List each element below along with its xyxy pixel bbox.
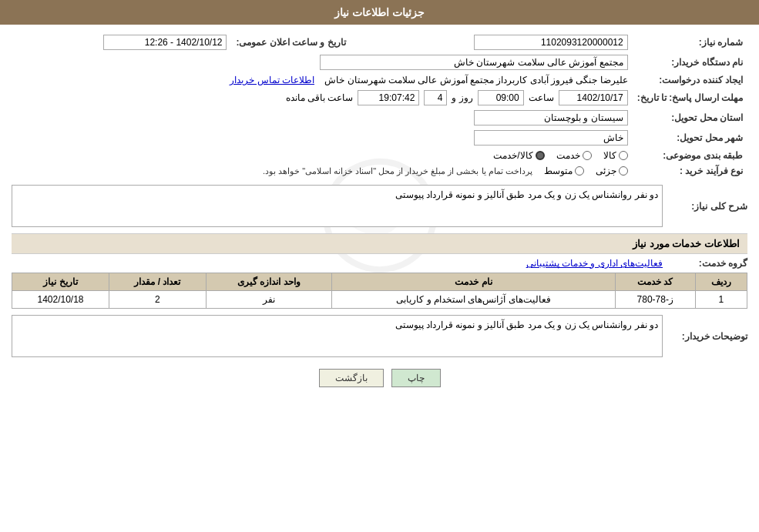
service-group-label: گروه خدمت: [663, 258, 747, 269]
radio-kala-khedmat [536, 151, 545, 160]
creator-contact-link[interactable]: اطلاعات تماس خریدار [230, 75, 314, 85]
col-service-name: نام خدمت [331, 273, 615, 291]
buyer-desc-label: توضیحات خریدار: [663, 331, 747, 342]
send-deadline-label: مهلت ارسال پاسخ: تا تاریخ: [633, 88, 747, 108]
radio-khedmat [583, 151, 592, 160]
buyer-desc-row: توضیحات خریدار: دو نفر روانشناس یک زن و … [12, 315, 747, 357]
table-cell-1: ز-78-780 [615, 291, 695, 309]
category-label: طبقه بندی موضوعی: [633, 148, 747, 163]
col-row-num: ردیف [695, 273, 747, 291]
need-description-value: دو نفر روانشناس یک زن و یک مرد طبق آنالی… [12, 185, 663, 227]
purchase-type-cell: جزئی متوسط پرداخت تمام یا بخشی از مبلغ خ… [12, 163, 633, 179]
purchase-type-motavaset: متوسط [544, 166, 584, 176]
category-option-kala-khedmat: کالا/خدمت [493, 150, 544, 161]
city-label: شهر محل تحویل: [633, 128, 747, 148]
category-option-kala: کالا [603, 150, 628, 161]
table-cell-3: نفر [206, 291, 331, 309]
page-title: جزئیات اطلاعات نیاز [334, 6, 425, 18]
province-cell: سیستان و بلوچستان [12, 108, 633, 128]
col-unit: واحد اندازه گیری [206, 273, 331, 291]
need-number-label: شماره نیاز: [633, 32, 747, 52]
announcement-date-value: 1402/10/12 - 12:26 [103, 35, 227, 50]
announcement-date-cell: 1402/10/12 - 12:26 [12, 32, 231, 52]
service-group-value-container: فعالیت‌های اداری و خدمات پشتیبانی [12, 258, 663, 269]
purchase-motavaset-label: متوسط [544, 166, 573, 176]
col-date: تاریخ نیاز [12, 273, 109, 291]
table-cell-4: 2 [109, 291, 206, 309]
buyer-org-cell: مجتمع آموزش عالی سلامت شهرستان خاش [12, 52, 633, 72]
print-button[interactable]: چاپ [391, 369, 441, 387]
radio-joz [619, 166, 628, 176]
purchase-type-label: نوع فرآیند خرید : [633, 163, 747, 179]
category-cell: کالا خدمت کالا/خدمت [12, 148, 633, 163]
table-cell-0: 1 [695, 291, 747, 309]
main-info-table: شماره نیاز: 1102093120000012 تاریخ و ساع… [12, 32, 747, 179]
creator-value: علیرضا جنگی فیروز آبادی کاربرداز مجتمع آ… [324, 75, 627, 85]
table-row: 1ز-78-780فعالیت‌های آژانس‌های استخدام و … [12, 291, 747, 309]
send-days: 4 [424, 90, 447, 105]
send-remaining-time: 19:07:42 [358, 90, 419, 105]
need-number-value: 1102093120000012 [474, 35, 628, 50]
send-time: 09:00 [478, 90, 524, 105]
province-label: استان محل تحویل: [633, 108, 747, 128]
creator-cell: علیرضا جنگی فیروز آبادی کاربرداز مجتمع آ… [12, 72, 633, 88]
send-time-label: ساعت [529, 92, 554, 103]
category-kala-khedmat-label: کالا/خدمت [493, 150, 532, 161]
need-description-label: شرح کلی نیاز: [663, 201, 747, 212]
need-description-row: شرح کلی نیاز: دو نفر روانشناس یک زن و یک… [12, 185, 747, 227]
table-cell-2: فعالیت‌های آژانس‌های استخدام و کاریابی [331, 291, 615, 309]
category-option-khedmat: خدمت [556, 150, 592, 161]
buyer-org-value: مجتمع آموزش عالی سلامت شهرستان خاش [320, 55, 628, 70]
creator-label: ایجاد کننده درخواست: [633, 72, 747, 88]
back-button[interactable]: بازگشت [319, 369, 384, 387]
table-cell-5: 1402/10/18 [12, 291, 109, 309]
send-date: 1402/10/17 [559, 90, 628, 105]
buyer-org-label: نام دستگاه خریدار: [633, 52, 747, 72]
page-header: جزئیات اطلاعات نیاز [0, 0, 759, 25]
col-service-code: کد خدمت [615, 273, 695, 291]
city-value: خاش [474, 130, 628, 146]
purchase-joz-label: جزئی [596, 166, 616, 176]
service-group-value[interactable]: فعالیت‌های اداری و خدمات پشتیبانی [526, 258, 663, 269]
buyer-desc-value: دو نفر روانشناس یک زن و یک مرد طبق آنالی… [12, 315, 663, 357]
province-value: سیستان و بلوچستان [474, 110, 628, 125]
services-table: ردیف کد خدمت نام خدمت واحد اندازه گیری ت… [12, 273, 747, 309]
need-description-value-container: دو نفر روانشناس یک زن و یک مرد طبق آنالی… [12, 185, 663, 227]
category-khedmat-label: خدمت [556, 150, 580, 161]
purchase-type-note: پرداخت تمام یا بخشی از مبلغ خریدار از مح… [263, 166, 532, 176]
button-bar: چاپ بازگشت [12, 369, 747, 387]
city-cell: خاش [12, 128, 633, 148]
purchase-type-joz: جزئی [596, 166, 628, 176]
services-section-title: اطلاعات خدمات مورد نیاز [12, 233, 747, 254]
send-day-label: روز و [452, 92, 472, 103]
col-quantity: تعداد / مقدار [109, 273, 206, 291]
announcement-date-label: تاریخ و ساعت اعلان عمومی: [231, 32, 361, 52]
need-number-cell: 1102093120000012 [361, 32, 633, 52]
service-group-row: گروه خدمت: فعالیت‌های اداری و خدمات پشتی… [12, 258, 747, 269]
send-deadline-cell: 1402/10/17 ساعت 09:00 روز و 4 19:07:42 س… [12, 88, 633, 108]
category-kala-label: کالا [603, 150, 616, 161]
send-remaining-label: ساعت باقی مانده [286, 92, 354, 103]
radio-kala [619, 151, 628, 160]
buyer-desc-value-container: دو نفر روانشناس یک زن و یک مرد طبق آنالی… [12, 315, 663, 357]
radio-motavaset [575, 166, 584, 176]
